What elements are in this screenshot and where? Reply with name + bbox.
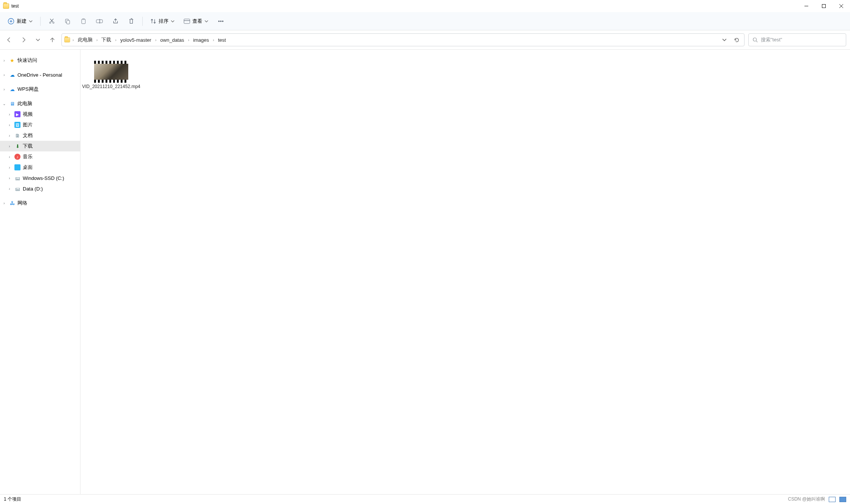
delete-button[interactable] (124, 15, 139, 28)
breadcrumb-item[interactable]: yolov5-master (119, 36, 153, 44)
search-input[interactable]: 搜索"test" (748, 33, 846, 46)
copy-button[interactable] (60, 15, 75, 28)
paste-icon (80, 18, 87, 24)
more-button[interactable] (214, 15, 228, 28)
view-button-label: 查看 (192, 18, 202, 25)
file-item[interactable]: VID_20211210_221452.mp4 (90, 62, 132, 89)
chevron-right-icon: › (212, 38, 215, 42)
window-title: test (11, 3, 19, 9)
breadcrumb-item[interactable]: 此电脑 (76, 36, 94, 44)
sidebar-item-label: 网络 (17, 200, 27, 206)
minimize-button[interactable] (798, 0, 815, 12)
sidebar-item-downloads[interactable]: › ⬇ 下载 (0, 141, 80, 151)
sidebar-item-drive-d[interactable]: › 🖴 Data (D:) (0, 183, 80, 194)
star-icon: ★ (9, 57, 15, 63)
view-icon (184, 19, 190, 24)
sidebar-item-this-pc[interactable]: ⌄ 🖥 此电脑 (0, 98, 80, 109)
cloud-icon: ☁ (9, 72, 15, 78)
cut-icon (49, 18, 55, 24)
svg-rect-9 (184, 19, 190, 24)
picture-icon: 🖼 (14, 122, 20, 128)
chevron-right-icon: › (7, 165, 12, 170)
chevron-right-icon: › (2, 58, 7, 63)
chevron-down-icon (205, 19, 208, 23)
chevron-right-icon: › (2, 201, 7, 205)
sidebar-item-quick-access[interactable]: › ★ 快速访问 (0, 55, 80, 66)
rename-button[interactable] (92, 15, 107, 28)
toolbar: 新建 (0, 12, 850, 30)
drive-icon: 🖴 (14, 175, 20, 181)
sidebar-item-onedrive[interactable]: › ☁ OneDrive - Personal (0, 69, 80, 80)
sidebar-item-desktop[interactable]: › 桌面 (0, 162, 80, 173)
view-thumbnails-button[interactable] (839, 497, 846, 502)
share-button[interactable] (108, 15, 123, 28)
svg-rect-7 (83, 19, 85, 19)
svg-rect-0 (822, 5, 826, 8)
folder-icon (64, 37, 70, 42)
sidebar-item-label: Data (D:) (23, 186, 43, 192)
svg-point-10 (219, 20, 220, 22)
up-button[interactable] (47, 35, 58, 45)
document-icon: 🗎 (14, 132, 20, 139)
new-button[interactable]: 新建 (4, 16, 36, 27)
chevron-right-icon: › (114, 38, 117, 42)
chevron-right-icon: › (7, 155, 12, 159)
breadcrumb-item[interactable]: own_datas (159, 36, 186, 44)
breadcrumb-item[interactable]: images (192, 36, 211, 44)
chevron-right-icon: › (7, 144, 12, 148)
new-button-label: 新建 (17, 18, 27, 25)
sidebar-item-drive-c[interactable]: › 🖴 Windows-SSD (C:) (0, 173, 80, 183)
close-button[interactable] (833, 0, 850, 12)
sidebar-item-music[interactable]: › ♪ 音乐 (0, 151, 80, 162)
file-pane[interactable]: VID_20211210_221452.mp4 (80, 50, 850, 494)
sidebar-item-network[interactable]: › 🖧 网络 (0, 198, 80, 208)
sidebar-item-documents[interactable]: › 🗎 文档 (0, 130, 80, 141)
more-icon (218, 18, 224, 24)
network-icon: 🖧 (9, 200, 15, 206)
sidebar-item-wps[interactable]: › ☁ WPS网盘 (0, 84, 80, 94)
title-bar: test (0, 0, 850, 12)
copy-icon (65, 18, 71, 24)
paste-button[interactable] (76, 15, 91, 28)
address-dropdown-button[interactable] (719, 35, 730, 45)
cut-button[interactable] (44, 15, 59, 28)
refresh-button[interactable] (731, 35, 742, 45)
breadcrumb-item[interactable]: 下载 (100, 36, 113, 44)
view-button[interactable]: 查看 (180, 16, 212, 27)
sidebar-item-label: 下载 (23, 143, 33, 150)
sidebar-item-label: 音乐 (23, 153, 33, 160)
chevron-down-icon (171, 19, 175, 23)
delete-icon (128, 18, 134, 24)
forward-button[interactable] (18, 35, 29, 45)
search-placeholder: 搜索"test" (761, 36, 782, 43)
sidebar-item-label: 此电脑 (17, 100, 32, 107)
chevron-right-icon: › (96, 38, 99, 42)
svg-rect-5 (67, 20, 70, 24)
address-row: › 此电脑 › 下载 › yolov5-master › own_datas ›… (0, 30, 850, 50)
item-count: 1 个项目 (4, 496, 21, 502)
sidebar-item-videos[interactable]: › ▶ 视频 (0, 109, 80, 120)
chevron-right-icon: › (154, 38, 157, 42)
svg-point-13 (753, 38, 757, 41)
breadcrumb-item[interactable]: test (216, 36, 227, 44)
chevron-right-icon: › (7, 176, 12, 180)
sidebar-item-pictures[interactable]: › 🖼 图片 (0, 120, 80, 130)
desktop-icon (14, 164, 20, 170)
rename-icon (96, 18, 103, 24)
breadcrumb[interactable]: › 此电脑 › 下载 › yolov5-master › own_datas ›… (61, 33, 745, 46)
chevron-right-icon: › (72, 38, 75, 42)
video-icon: ▶ (14, 111, 20, 117)
back-button[interactable] (4, 35, 14, 45)
recent-button[interactable] (33, 35, 43, 45)
view-details-button[interactable] (829, 497, 836, 502)
folder-icon (3, 3, 9, 9)
file-name: VID_20211210_221452.mp4 (82, 84, 140, 89)
sidebar-item-label: 快速访问 (17, 57, 37, 64)
chevron-right-icon: › (2, 73, 7, 77)
maximize-button[interactable] (815, 0, 833, 12)
sidebar-item-label: 图片 (23, 121, 33, 128)
sort-button[interactable]: 排序 (146, 16, 178, 27)
svg-rect-6 (82, 19, 85, 24)
sidebar-item-label: 文档 (23, 132, 33, 139)
sort-icon (150, 18, 156, 24)
